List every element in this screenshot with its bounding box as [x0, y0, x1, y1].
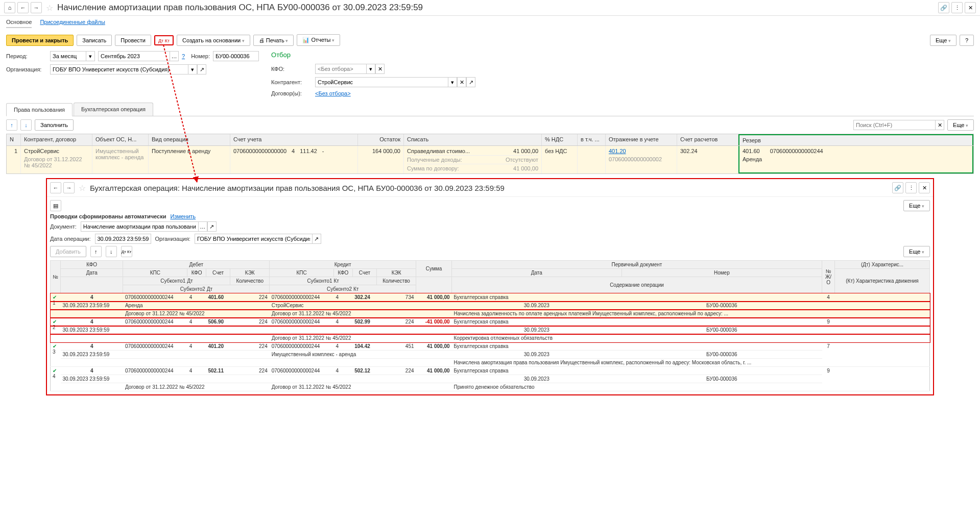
- post-close-button[interactable]: Провести и закрыть: [6, 35, 74, 46]
- col-operation: Вид операции: [149, 134, 230, 145]
- reports-button[interactable]: 📊 Отчеты: [297, 34, 340, 46]
- org-dropdown-icon[interactable]: ▾: [188, 64, 197, 74]
- col-balance: Остаток: [358, 134, 404, 145]
- move-down-icon[interactable]: ↓: [20, 119, 32, 131]
- change-link[interactable]: Изменить: [170, 213, 196, 219]
- sub-close-icon[interactable]: ✕: [919, 182, 930, 193]
- sub-link-icon[interactable]: 🔗: [892, 182, 903, 193]
- sub-grid-more-button[interactable]: Еще: [903, 246, 930, 257]
- contracts-label: Договор(ы):: [271, 90, 312, 96]
- counterparty-clear-icon[interactable]: ✕: [457, 77, 466, 87]
- link-icon[interactable]: 🔗: [938, 2, 949, 13]
- opdate-label: Дата операции:: [50, 236, 91, 242]
- doc-label: Документ:: [50, 223, 77, 230]
- sub-back-icon[interactable]: ←: [50, 182, 61, 193]
- period-more-icon[interactable]: …: [170, 51, 179, 61]
- period-help-icon[interactable]: ?: [182, 53, 185, 59]
- sub-dtkt-icon[interactable]: Дт Кт: [121, 246, 132, 257]
- reflection-link[interactable]: 401.20: [609, 148, 626, 154]
- sub-title: Бухгалтерская операция: Начисление аморт…: [90, 184, 890, 192]
- posting-grid: № КФО Дебет Кредит Сумма Первичный докум…: [50, 260, 930, 391]
- col-vat: % НДС: [542, 134, 578, 145]
- kfo-input[interactable]: [315, 64, 366, 74]
- sub-down-icon[interactable]: ↓: [106, 246, 117, 257]
- sub-doc-icon[interactable]: ▤: [50, 200, 61, 211]
- suborg-input[interactable]: [195, 234, 312, 244]
- org-input[interactable]: [50, 64, 188, 74]
- accounting-operation-window: ← → ☆ Бухгалтерская операция: Начисление…: [46, 178, 934, 395]
- opdate-input[interactable]: [95, 234, 151, 244]
- forward-icon[interactable]: →: [31, 2, 42, 13]
- dtkt-button[interactable]: Дт Кт: [154, 35, 174, 45]
- add-button[interactable]: Добавить: [50, 246, 86, 257]
- kfo-label: КФО:: [271, 66, 312, 72]
- fill-button[interactable]: Заполнить: [35, 119, 74, 131]
- suborg-open-icon[interactable]: ↗: [312, 234, 321, 244]
- period-type-dropdown-icon[interactable]: ▾: [86, 51, 95, 61]
- save-button[interactable]: Записать: [77, 35, 112, 46]
- posting-row[interactable]: ✔ 1 4 070600000000002444401.60224 070600…: [51, 293, 930, 302]
- sub-forward-icon[interactable]: →: [63, 182, 75, 193]
- posting-row[interactable]: ✔ 4 4 070600000000002444502.11224 070600…: [51, 367, 930, 375]
- period-value-input[interactable]: [98, 51, 170, 61]
- number-label: Номер:: [191, 53, 210, 59]
- auto-postings-label: Проводки сформированы автоматически: [50, 213, 166, 219]
- posting-row[interactable]: ✔ 2 4 070600000000002444506.90224 070600…: [51, 318, 930, 326]
- back-icon[interactable]: ←: [17, 2, 29, 13]
- doc-more-icon[interactable]: …: [198, 221, 207, 232]
- page-title: Начисление амортизации прав пользования …: [57, 3, 936, 13]
- post-button[interactable]: Провести: [115, 35, 151, 46]
- col-n: N: [7, 134, 21, 145]
- grid-more-button[interactable]: Еще: [947, 119, 974, 131]
- create-based-button[interactable]: Создать на основании: [177, 35, 250, 46]
- counterparty-open-icon[interactable]: ↗: [466, 77, 475, 87]
- help-button[interactable]: ?: [960, 35, 974, 46]
- more-button[interactable]: Еще: [930, 35, 957, 46]
- number-input[interactable]: [213, 51, 259, 61]
- search-clear-icon[interactable]: ✕: [935, 120, 944, 130]
- kfo-dropdown-icon[interactable]: ▾: [366, 64, 375, 74]
- main-grid: N Контрагент, договор Объект ОС, Н... Ви…: [6, 134, 974, 174]
- col-object: Объект ОС, Н...: [92, 134, 149, 145]
- move-up-icon[interactable]: ↑: [6, 119, 17, 131]
- sub-more-button[interactable]: Еще: [903, 200, 930, 211]
- tab-accounting[interactable]: Бухгалтерская операция: [74, 103, 153, 116]
- sub-up-icon[interactable]: ↑: [90, 246, 102, 257]
- posting-row[interactable]: ✔ 3 4 070600000000002444401.20224 070600…: [51, 342, 930, 351]
- print-button[interactable]: 🖨 Печать: [253, 35, 294, 46]
- menu-icon[interactable]: ⋮: [951, 2, 963, 13]
- org-label: Организация:: [6, 66, 47, 72]
- col-settlement: Счет расчетов: [677, 134, 738, 145]
- nav-attached[interactable]: Присоединенные файлы: [40, 19, 105, 28]
- tab-rights[interactable]: Права пользования: [6, 103, 73, 116]
- kfo-clear-icon[interactable]: ✕: [375, 64, 385, 74]
- col-writeoff: Списать: [404, 134, 542, 145]
- suborg-label: Организация:: [155, 236, 190, 242]
- col-account: Счет учета: [230, 134, 358, 145]
- counterparty-dropdown-icon[interactable]: ▾: [448, 77, 457, 87]
- col-reflection: Отражение в учете: [606, 134, 677, 145]
- filter-title: Отбор: [271, 51, 475, 59]
- org-open-icon[interactable]: ↗: [197, 64, 206, 74]
- search-input[interactable]: [853, 120, 935, 130]
- col-reserve: Резерв: [738, 134, 973, 145]
- sub-star-icon[interactable]: ☆: [79, 183, 86, 193]
- contracts-link[interactable]: <Без отбора>: [315, 90, 351, 96]
- counterparty-input[interactable]: [315, 77, 448, 87]
- period-type-input[interactable]: [50, 51, 86, 61]
- doc-open-icon[interactable]: ↗: [207, 221, 217, 232]
- home-icon[interactable]: ⌂: [4, 2, 15, 13]
- grid-row[interactable]: 1 СтройСервис Договор от 31.12.2022 № 45…: [7, 146, 973, 173]
- sub-menu-icon[interactable]: ⋮: [905, 182, 917, 193]
- favorite-star-icon[interactable]: ☆: [46, 3, 53, 13]
- counterparty-label: Контрагент:: [271, 79, 312, 85]
- doc-input[interactable]: [81, 221, 198, 232]
- nav-main[interactable]: Основное: [6, 19, 32, 28]
- period-label: Период:: [6, 53, 47, 59]
- col-incl: в т.ч. ...: [578, 134, 606, 145]
- col-counterparty: Контрагент, договор: [21, 134, 92, 145]
- close-icon[interactable]: ✕: [965, 2, 976, 13]
